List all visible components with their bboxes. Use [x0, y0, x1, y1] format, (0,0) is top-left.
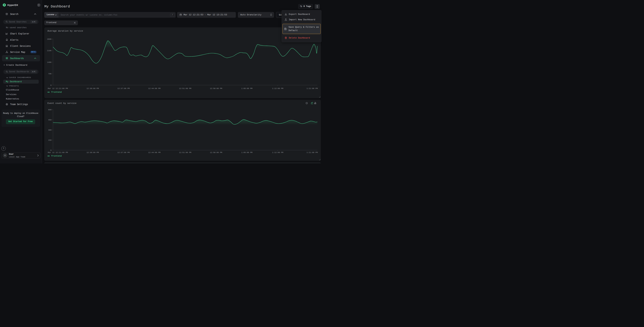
- svg-text:Mar 12 12:21:00 PM: Mar 12 12:21:00 PM: [48, 88, 68, 90]
- svg-text:12:51:00 PM: 12:51:00 PM: [179, 152, 191, 154]
- svg-text:12:30:00 PM: 12:30:00 PM: [86, 88, 99, 90]
- svg-text:1:05:00 PM: 1:05:00 PM: [241, 88, 252, 90]
- svg-text:12:37:00 PM: 12:37:00 PM: [117, 88, 130, 90]
- svg-text:Mar 12 12:21:00 PM: Mar 12 12:21:00 PM: [48, 152, 68, 154]
- svg-text:12:37:00 PM: 12:37:00 PM: [117, 152, 130, 154]
- svg-text:150: 150: [48, 139, 51, 141]
- svg-text:1:05:00 PM: 1:05:00 PM: [241, 152, 252, 154]
- svg-text:450: 450: [48, 119, 51, 121]
- svg-text:300: 300: [48, 129, 51, 131]
- svg-text:12:44:00 PM: 12:44:00 PM: [148, 88, 160, 90]
- svg-text:210K: 210K: [47, 50, 52, 52]
- svg-text:12:44:00 PM: 12:44:00 PM: [148, 152, 160, 154]
- svg-text:600: 600: [48, 109, 51, 111]
- svg-text:12:51:00 PM: 12:51:00 PM: [179, 88, 191, 90]
- svg-text:12:58:00 PM: 12:58:00 PM: [210, 152, 222, 154]
- svg-text:1:12:00 PM: 1:12:00 PM: [272, 152, 283, 154]
- svg-text:1:12:00 PM: 1:12:00 PM: [272, 88, 283, 90]
- svg-text:1:21:00 PM: 1:21:00 PM: [306, 88, 318, 90]
- svg-text:0: 0: [50, 84, 52, 86]
- svg-text:0: 0: [50, 149, 52, 151]
- svg-text:1:21:00 PM: 1:21:00 PM: [306, 152, 318, 154]
- svg-text:280K: 280K: [47, 38, 52, 40]
- svg-text:70K: 70K: [48, 73, 51, 75]
- svg-text:140K: 140K: [47, 61, 52, 63]
- svg-text:12:58:00 PM: 12:58:00 PM: [210, 88, 222, 90]
- svg-text:12:30:00 PM: 12:30:00 PM: [86, 152, 99, 154]
